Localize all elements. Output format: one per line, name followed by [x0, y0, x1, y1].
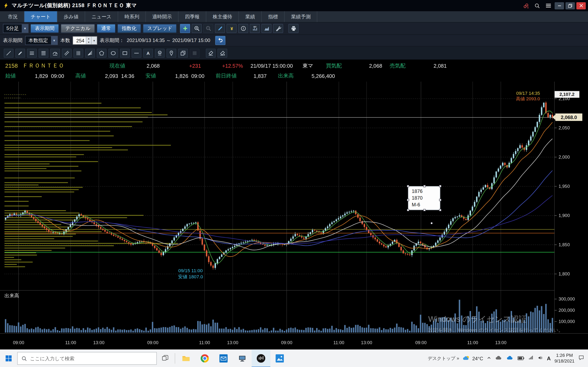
search-icon[interactable]: [532, 2, 542, 9]
add-indicator-icon[interactable]: [180, 24, 190, 33]
trading-app-icon[interactable]: [251, 350, 270, 367]
tab-forecast[interactable]: 業績予測: [285, 11, 317, 22]
battery-icon[interactable]: [518, 355, 525, 362]
annotation-handle[interactable]: [439, 199, 441, 201]
link-icon[interactable]: 1: [521, 2, 531, 9]
annotation-handle[interactable]: [424, 185, 426, 187]
annotation-handle[interactable]: [439, 209, 441, 211]
onedrive-icon[interactable]: [495, 355, 503, 362]
desktop-toggle[interactable]: デスクトップ »: [428, 355, 459, 361]
yen-scale-icon[interactable]: ¥: [227, 24, 237, 33]
candlestick-chart[interactable]: [0, 82, 588, 349]
weather-widget[interactable]: 24°C: [463, 355, 483, 362]
print-icon[interactable]: [288, 24, 299, 33]
count-mode-select[interactable]: 本数指定 ▼: [25, 36, 58, 45]
ellipse-icon[interactable]: [108, 49, 118, 58]
volume-label: 出来高: [278, 72, 294, 79]
action-center-icon[interactable]: [578, 355, 584, 362]
horizontal-line-icon[interactable]: [132, 49, 141, 58]
gann-lines-icon[interactable]: [39, 49, 48, 58]
timeframe-value: 5分足: [6, 25, 19, 32]
chrome-icon[interactable]: [195, 350, 214, 367]
spread-mode-button[interactable]: スプレッド: [143, 24, 177, 33]
annotation-anchor[interactable]: [431, 222, 433, 224]
tab-news[interactable]: ニュース: [85, 11, 118, 22]
remote-desktop-icon[interactable]: [233, 350, 252, 367]
select-box-icon[interactable]: [190, 49, 199, 58]
icon-stamp-icon[interactable]: icon: [155, 49, 165, 58]
pin-icon[interactable]: [167, 49, 176, 58]
price-change: +231: [160, 63, 201, 69]
annotation-handle[interactable]: [407, 209, 409, 211]
link-count-badge: 1: [527, 5, 529, 9]
tab-indicators[interactable]: 指標: [262, 11, 285, 22]
close-button[interactable]: [576, 2, 586, 9]
file-explorer-icon[interactable]: [177, 350, 195, 367]
volume-icon[interactable]: [537, 355, 543, 362]
rectangle-icon[interactable]: [120, 49, 130, 58]
network-icon[interactable]: [528, 355, 534, 362]
tab-earnings[interactable]: 業績: [239, 11, 262, 22]
count-down-icon[interactable]: ▼: [86, 40, 91, 44]
parallel-channel-icon[interactable]: [62, 49, 72, 58]
eraser-all-icon[interactable]: [217, 49, 227, 58]
menu-icon[interactable]: [543, 2, 553, 9]
tab-benefits[interactable]: 株主優待: [206, 11, 239, 22]
pentagon-icon[interactable]: [97, 49, 107, 58]
eraser-icon[interactable]: [206, 49, 216, 58]
annotation-handle[interactable]: [439, 185, 441, 187]
zoom-out-icon[interactable]: [203, 24, 214, 33]
technical-button[interactable]: テクニカル: [61, 24, 95, 33]
high-time: 14:36: [121, 73, 134, 79]
trend-line-icon[interactable]: [4, 49, 13, 58]
my-chart-icon[interactable]: MY: [250, 24, 260, 33]
photos-app-icon[interactable]: [270, 350, 289, 367]
bar-count-input[interactable]: 254 ▲▼ ▼: [73, 36, 97, 44]
settings-wrench-icon[interactable]: [273, 24, 283, 33]
clock-time: 1:26 PM: [554, 353, 575, 359]
copy-icon[interactable]: [178, 49, 188, 58]
gauge-icon[interactable]: [50, 49, 60, 58]
cloud-sync-icon[interactable]: [506, 355, 514, 362]
ime-indicator[interactable]: A: [547, 355, 551, 361]
start-button[interactable]: [0, 350, 17, 367]
tab-disclosure[interactable]: 適時開示: [146, 11, 179, 22]
parallel-lines-icon[interactable]: [27, 49, 37, 58]
tab-market[interactable]: 市況: [1, 11, 24, 22]
fan-line-icon[interactable]: [85, 49, 95, 58]
tab-tick[interactable]: 歩み値: [57, 11, 85, 22]
annotation-handle[interactable]: [424, 209, 426, 211]
zoom-in-icon[interactable]: [192, 24, 202, 33]
count-stepper[interactable]: ▲▼: [86, 37, 91, 44]
timeframe-select[interactable]: 5分足 ▼: [3, 24, 29, 33]
annotation-handle[interactable]: [407, 199, 409, 201]
taskbar-clock[interactable]: 1:26 PM 9/18/2021: [554, 353, 575, 364]
count-up-icon[interactable]: ▲: [86, 37, 91, 40]
restore-button[interactable]: [566, 2, 575, 9]
free-draw-icon[interactable]: [15, 49, 25, 58]
tab-shikiho[interactable]: 四季報: [179, 11, 207, 22]
tab-chart[interactable]: チャート: [24, 11, 57, 22]
search-input[interactable]: [30, 356, 153, 361]
annotation-tooltip[interactable]: 1876 1870 M-6: [408, 186, 440, 210]
chart-style-icon[interactable]: [261, 24, 272, 33]
price-label: 現在値: [109, 62, 125, 69]
text-icon[interactable]: A: [143, 49, 153, 58]
annotation-handle[interactable]: [407, 185, 409, 187]
reset-period-button[interactable]: [215, 36, 225, 45]
count-dropdown-icon[interactable]: ▼: [91, 37, 97, 44]
info-icon[interactable]: [238, 24, 249, 33]
task-view-button[interactable]: [157, 350, 173, 367]
display-period-button[interactable]: 表示期間: [30, 24, 59, 33]
tab-time-series[interactable]: 時系列: [118, 11, 146, 22]
mail-app-icon[interactable]: [214, 350, 233, 367]
minimize-button[interactable]: [555, 2, 564, 9]
draw-pen-icon[interactable]: [215, 24, 225, 33]
indexed-mode-button[interactable]: 指数化: [117, 24, 141, 33]
main-tabs: 市況チャート歩み値ニュース時系列適時開示四季報株主優待業績指標業績予測: [0, 11, 588, 22]
normal-mode-button[interactable]: 通常: [96, 24, 115, 33]
tray-expand-chevron-icon[interactable]: [487, 355, 492, 362]
taskbar-search[interactable]: [17, 352, 156, 365]
quote-row-1: 2158 ＦＲＯＮＴＥＯ 現在値 2,068 +231 +12.57% 21/0…: [5, 61, 588, 71]
vertical-line-icon[interactable]: [73, 49, 83, 58]
